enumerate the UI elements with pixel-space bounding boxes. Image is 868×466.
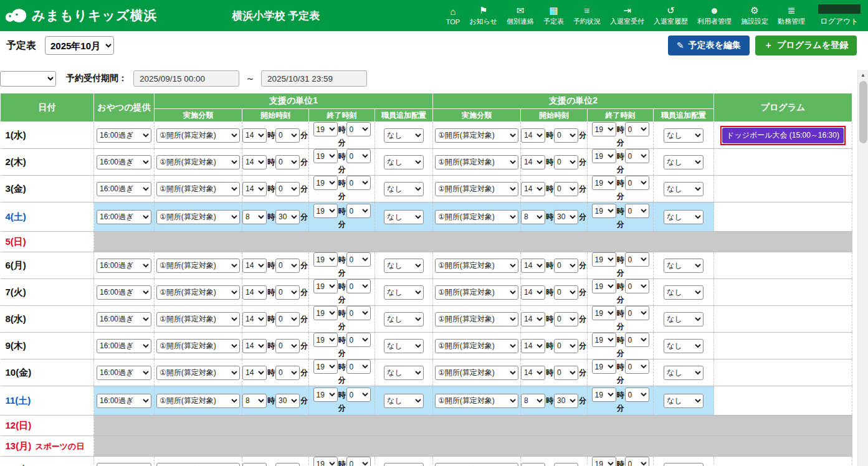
staff-select-unit2[interactable]: なし [664, 285, 703, 300]
category-select-unit1[interactable]: ①開所(算定対象) [156, 128, 240, 143]
start-unit2-minute-select[interactable]: 0 [554, 463, 578, 466]
category-select-unit2[interactable]: ①開所(算定対象) [435, 339, 518, 353]
start-unit2-minute-select[interactable]: 0 [554, 339, 578, 353]
staff-select-unit1[interactable]: なし [384, 182, 424, 196]
category-select-unit2[interactable]: ①開所(算定対象) [435, 128, 518, 143]
snack-select[interactable]: 16:00過ぎ [97, 285, 151, 300]
app-logo[interactable]: みまもりキッズ横浜 [5, 7, 157, 24]
category-select-unit2[interactable]: ①開所(算定対象) [435, 182, 518, 196]
period-end-input[interactable] [261, 70, 367, 87]
start-unit2-minute-select[interactable]: 0 [554, 155, 578, 169]
end-unit2-minute-select[interactable]: 0 [625, 279, 649, 293]
category-select-unit1[interactable]: ①開所(算定対象) [156, 463, 240, 466]
start-unit2-minute-select[interactable]: 30 [554, 210, 578, 224]
start-unit1-hour-select[interactable]: 14 [242, 128, 267, 143]
staff-select-unit2[interactable]: なし [664, 312, 703, 326]
snack-select[interactable]: 16:00過ぎ [97, 210, 151, 224]
snack-select[interactable]: 16:00過ぎ [97, 155, 151, 169]
start-unit2-minute-select[interactable]: 0 [554, 259, 578, 273]
start-unit2-minute-select[interactable]: 0 [554, 312, 578, 326]
snack-select[interactable]: 16:00過ぎ [97, 394, 151, 408]
logout-button[interactable]: ログアウト [818, 4, 861, 27]
end-unit2-minute-select[interactable]: 0 [625, 388, 649, 402]
start-unit1-minute-select[interactable]: 0 [275, 339, 300, 353]
staff-select-unit2[interactable]: なし [664, 339, 703, 353]
start-unit1-hour-select[interactable]: 8 [242, 394, 267, 408]
end-unit1-minute-select[interactable]: 0 [346, 306, 371, 320]
register-program-button[interactable]: ＋ プログラムを登録 [755, 36, 857, 55]
end-unit2-minute-select[interactable]: 0 [625, 359, 649, 374]
category-select-unit2[interactable]: ①開所(算定対象) [435, 312, 518, 326]
end-unit2-minute-select[interactable]: 0 [625, 122, 649, 136]
snack-select[interactable]: 16:00過ぎ [97, 366, 151, 380]
staff-select-unit1[interactable]: なし [384, 210, 424, 224]
end-unit1-minute-select[interactable]: 0 [346, 359, 371, 374]
month-select[interactable]: 2025年10月 [45, 36, 114, 55]
start-unit2-minute-select[interactable]: 0 [554, 182, 578, 196]
end-unit2-hour-select[interactable]: 19 [592, 149, 616, 163]
nav-item-entry-exit-reception[interactable]: ⇥ 入退室受付 [606, 4, 649, 27]
start-unit1-hour-select[interactable]: 14 [242, 155, 267, 169]
category-select-unit2[interactable]: ①開所(算定対象) [435, 259, 518, 273]
nav-item-top[interactable]: ⌂ TOP [442, 5, 464, 27]
staff-select-unit2[interactable]: なし [664, 155, 703, 169]
staff-select-unit2[interactable]: なし [664, 463, 703, 466]
snack-select[interactable]: 16:00過ぎ [97, 312, 151, 326]
start-unit2-hour-select[interactable]: 8 [521, 394, 545, 408]
start-unit1-minute-select[interactable]: 30 [275, 394, 300, 408]
end-unit1-minute-select[interactable]: 0 [346, 204, 371, 218]
program-badge[interactable]: ドッジボール大会 (15:00～16:30) [722, 128, 844, 143]
start-unit2-hour-select[interactable]: 8 [521, 210, 545, 224]
start-unit1-minute-select[interactable]: 0 [275, 312, 300, 326]
end-unit1-hour-select[interactable]: 19 [313, 122, 338, 136]
category-select-unit1[interactable]: ①開所(算定対象) [156, 210, 240, 224]
start-unit2-minute-select[interactable]: 30 [554, 394, 578, 408]
start-unit2-hour-select[interactable]: 14 [521, 366, 545, 380]
start-unit1-hour-select[interactable]: 14 [242, 285, 267, 300]
end-unit1-hour-select[interactable]: 19 [313, 176, 338, 190]
category-select-unit1[interactable]: ①開所(算定対象) [156, 285, 240, 300]
end-unit1-minute-select[interactable]: 0 [346, 176, 371, 190]
end-unit2-hour-select[interactable]: 19 [592, 359, 616, 374]
start-unit2-hour-select[interactable]: 14 [521, 285, 545, 300]
end-unit2-hour-select[interactable]: 19 [592, 333, 616, 347]
nav-item-news[interactable]: ⚑ お知らせ [465, 4, 502, 27]
staff-select-unit1[interactable]: なし [384, 366, 424, 380]
end-unit1-minute-select[interactable]: 0 [346, 388, 371, 402]
start-unit2-hour-select[interactable]: 14 [521, 182, 545, 196]
staff-select-unit2[interactable]: なし [664, 128, 703, 143]
end-unit2-hour-select[interactable]: 19 [592, 388, 616, 402]
end-unit2-minute-select[interactable]: 0 [625, 306, 649, 320]
staff-select-unit2[interactable]: なし [664, 210, 703, 224]
nav-item-facility-settings[interactable]: ⚙ 施設設定 [737, 4, 773, 27]
start-unit1-hour-select[interactable]: 14 [242, 259, 267, 273]
end-unit1-minute-select[interactable]: 0 [346, 457, 371, 466]
category-select-unit2[interactable]: ①開所(算定対象) [435, 210, 518, 224]
category-select-unit2[interactable]: ①開所(算定対象) [435, 285, 518, 300]
nav-item-schedule[interactable]: ▦ 予定表 [539, 4, 568, 27]
end-unit2-minute-select[interactable]: 0 [625, 333, 649, 347]
start-unit2-minute-select[interactable]: 0 [554, 285, 578, 300]
end-unit2-hour-select[interactable]: 19 [592, 279, 616, 293]
start-unit1-hour-select[interactable]: 8 [242, 210, 267, 224]
nav-item-attendance-management[interactable]: ≣ 勤務管理 [773, 4, 809, 27]
staff-select-unit1[interactable]: なし [384, 339, 424, 353]
period-start-input[interactable] [133, 70, 239, 87]
end-unit1-minute-select[interactable]: 0 [346, 279, 371, 293]
start-unit1-hour-select[interactable]: 14 [242, 463, 267, 466]
staff-select-unit1[interactable]: なし [384, 128, 424, 143]
start-unit2-hour-select[interactable]: 14 [521, 155, 545, 169]
category-select-unit1[interactable]: ①開所(算定対象) [156, 394, 240, 408]
end-unit2-hour-select[interactable]: 19 [592, 252, 616, 267]
staff-select-unit2[interactable]: なし [664, 259, 703, 273]
end-unit1-hour-select[interactable]: 19 [313, 252, 338, 267]
start-unit1-minute-select[interactable]: 0 [275, 366, 300, 380]
nav-item-reservation-status[interactable]: ≡ 予約状況 [569, 4, 605, 27]
snack-select[interactable]: 16:00過ぎ [97, 259, 151, 273]
start-unit2-minute-select[interactable]: 0 [554, 366, 578, 380]
start-unit1-hour-select[interactable]: 14 [242, 312, 267, 326]
category-select-unit2[interactable]: ①開所(算定対象) [435, 366, 518, 380]
end-unit2-hour-select[interactable]: 19 [592, 457, 616, 466]
start-unit2-hour-select[interactable]: 14 [521, 339, 545, 353]
end-unit1-hour-select[interactable]: 19 [313, 457, 338, 466]
